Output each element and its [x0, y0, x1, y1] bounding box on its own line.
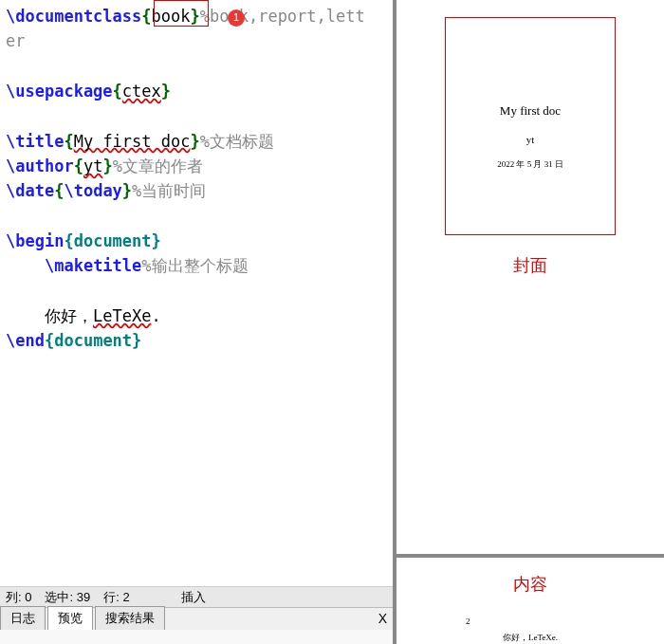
tok-cmd: \documentclass — [6, 7, 141, 26]
preview-panel: My first doc yt 2022 年 5 月 31 日 封面 内容 2 … — [397, 0, 664, 644]
tok-brace: } — [161, 82, 171, 101]
tab-bar: 日志 预览 搜索结果 X — [0, 607, 393, 630]
code-line: \begin{document} — [6, 229, 387, 253]
code-line — [6, 103, 387, 128]
tok-brace: { — [74, 156, 83, 175]
code-line: \end{document} — [6, 328, 387, 353]
code-line: er — [6, 28, 387, 53]
tok-comment: %文章的作者 — [113, 156, 203, 175]
tok-brace: { — [54, 181, 64, 200]
status-bar: 列: 0 选中: 39 行: 2 插入 — [0, 586, 393, 607]
tok-brace: { — [64, 132, 73, 151]
tok-brace: { — [141, 7, 151, 26]
status-col: 列: 0 — [6, 589, 31, 606]
tok-cmd: \end — [6, 331, 45, 350]
tab-search[interactable]: 搜索结果 — [95, 606, 165, 630]
tok-comment: %book,report,lett — [200, 7, 365, 26]
tok-brace: { — [45, 331, 54, 350]
status-mode: 插入 — [181, 589, 206, 606]
preview-cover-page: My first doc yt 2022 年 5 月 31 日 — [445, 17, 616, 235]
tok-arg: ctex — [122, 82, 161, 101]
tok-brace: } — [102, 156, 112, 175]
code-line — [6, 54, 387, 79]
tab-preview[interactable]: 预览 — [47, 606, 93, 630]
preview-content-page: 2 你好，LeTeXe. — [445, 616, 616, 644]
tok-comment: %输出整个标题 — [141, 256, 248, 275]
caption-content: 内容 — [397, 573, 664, 596]
badge-text: 1 — [233, 9, 239, 26]
tok-brace: } — [132, 331, 141, 350]
tok-comment: %当前时间 — [132, 181, 206, 200]
annotation-box — [154, 0, 209, 27]
code-line: \usepackage{ctex} — [6, 79, 387, 103]
close-icon[interactable]: X — [378, 611, 387, 626]
tok-brace: { — [64, 231, 73, 250]
tok-text: 你好，LeTeXe. — [6, 306, 161, 325]
code-line: \date{\today}%当前时间 — [6, 178, 387, 203]
caption-cover: 封面 — [397, 254, 664, 277]
code-line — [6, 204, 387, 229]
tok-cmd: \author — [6, 156, 74, 175]
app-root: 1 \documentclass{book}%book,report,lett … — [0, 0, 664, 644]
tok-kw: document — [74, 231, 152, 250]
tok-brace: } — [122, 181, 132, 200]
status-sel: 选中: 39 — [45, 589, 90, 606]
tok-cmd: \date — [6, 181, 54, 200]
tok-cmd: \begin — [6, 231, 64, 250]
page-divider — [397, 554, 664, 558]
doc-date: 2022 年 5 月 31 日 — [446, 158, 615, 171]
doc-author: yt — [446, 134, 615, 145]
code-line: 你好，LeTeXe. — [6, 304, 387, 328]
page-number: 2 — [466, 616, 616, 626]
annotation-badge: 1 — [228, 9, 245, 27]
code-line — [6, 279, 387, 304]
tok-comment: er — [6, 31, 25, 50]
tok-cmd: \usepackage — [6, 82, 113, 101]
left-panel: 1 \documentclass{book}%book,report,lett … — [0, 0, 397, 644]
tok-cmd: \today — [64, 181, 121, 200]
code-editor[interactable]: 1 \documentclass{book}%book,report,lett … — [0, 0, 393, 586]
tok-brace: } — [191, 132, 200, 151]
tok-arg: My first doc — [74, 132, 191, 151]
status-row: 行: 2 — [103, 589, 129, 606]
doc-title: My first doc — [446, 103, 615, 119]
tok-cmd: \title — [6, 132, 64, 151]
code-line: \maketitle%输出整个标题 — [6, 253, 387, 278]
tab-log[interactable]: 日志 — [0, 606, 46, 630]
code-line: \title{My first doc}%文档标题 — [6, 129, 387, 154]
tok-brace: } — [152, 231, 161, 250]
tok-kw: document — [54, 331, 132, 350]
doc-body: 你好，LeTeXe. — [445, 632, 616, 644]
tok-brace: { — [113, 82, 122, 101]
tok-comment: %文档标题 — [200, 132, 274, 151]
tok-cmd: \maketitle — [45, 256, 141, 275]
tok-arg: yt — [83, 156, 102, 175]
code-line: \author{yt}%文章的作者 — [6, 154, 387, 178]
bottom-strip — [0, 630, 393, 644]
